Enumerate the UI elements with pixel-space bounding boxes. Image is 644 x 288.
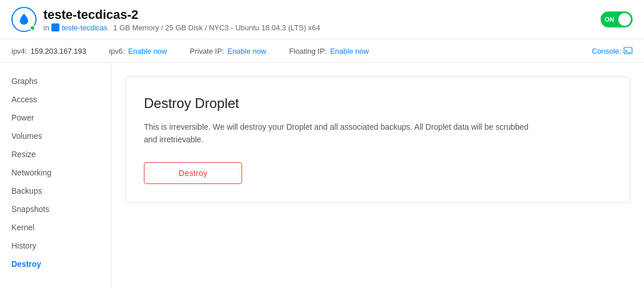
- private-ip-label: Private IP:: [190, 47, 224, 55]
- info-bar: ipv4: 159.203.167.193 ipv6: Enable now P…: [0, 39, 644, 63]
- sidebar-item-access[interactable]: Access: [0, 90, 111, 109]
- header: teste-tecdicas-2 in teste-tecdicas 1 GB …: [0, 0, 644, 39]
- card-title: Destroy Droplet: [144, 95, 611, 111]
- in-label: in: [43, 23, 49, 32]
- sidebar-item-backups[interactable]: Backups: [0, 182, 111, 200]
- header-meta: in teste-tecdicas 1 GB Memory / 25 GB Di…: [43, 23, 320, 32]
- sidebar-item-volumes[interactable]: Volumes: [0, 127, 111, 145]
- sidebar: Graphs Access Power Volumes Resize Netwo…: [0, 63, 111, 288]
- sidebar-item-power[interactable]: Power: [0, 109, 111, 127]
- project-link[interactable]: teste-tecdicas: [62, 23, 107, 32]
- ipv4-label: ipv4:: [11, 47, 27, 55]
- sidebar-item-kernel[interactable]: Kernel: [0, 218, 111, 237]
- destroy-button[interactable]: Destroy: [144, 162, 242, 184]
- console-icon: [623, 46, 633, 55]
- console-label: Console:: [592, 47, 621, 55]
- water-drop-icon: [17, 13, 31, 26]
- content-area: Destroy Droplet This is irreversible. We…: [111, 63, 644, 288]
- card-description: This is irreversible. We will destroy yo…: [144, 121, 544, 146]
- droplet-title: teste-tecdicas-2: [43, 7, 320, 22]
- toggle-label: ON: [605, 16, 614, 23]
- header-left: teste-tecdicas-2 in teste-tecdicas 1 GB …: [11, 7, 320, 32]
- private-ip-enable-link[interactable]: Enable now: [227, 47, 266, 55]
- private-ip-item: Private IP: Enable now: [190, 47, 267, 55]
- ipv6-label: ipv6:: [109, 47, 124, 55]
- project-icon: [51, 23, 59, 31]
- sidebar-item-destroy[interactable]: Destroy: [0, 255, 111, 273]
- ipv6-item: ipv6: Enable now: [109, 47, 167, 55]
- meta-detail: 1 GB Memory / 25 GB Disk / NYC3 - Ubuntu…: [113, 23, 320, 32]
- header-info: teste-tecdicas-2 in teste-tecdicas 1 GB …: [43, 7, 320, 32]
- main-layout: Graphs Access Power Volumes Resize Netwo…: [0, 63, 644, 288]
- floating-ip-label: Floating IP:: [289, 47, 327, 55]
- sidebar-item-history[interactable]: History: [0, 237, 111, 255]
- sidebar-item-networking[interactable]: Networking: [0, 163, 111, 182]
- console-link[interactable]: Console:: [592, 46, 633, 55]
- status-indicator: [30, 25, 35, 31]
- droplet-icon: [11, 7, 37, 32]
- destroy-card: Destroy Droplet This is irreversible. We…: [125, 77, 630, 203]
- ipv4-item: ipv4: 159.203.167.193: [11, 47, 86, 55]
- power-toggle-wrapper[interactable]: ON: [601, 11, 633, 27]
- sidebar-item-snapshots[interactable]: Snapshots: [0, 200, 111, 218]
- sidebar-item-graphs[interactable]: Graphs: [0, 72, 111, 90]
- app-container: teste-tecdicas-2 in teste-tecdicas 1 GB …: [0, 0, 644, 288]
- floating-ip-enable-link[interactable]: Enable now: [330, 47, 369, 55]
- sidebar-item-resize[interactable]: Resize: [0, 145, 111, 163]
- ipv6-enable-link[interactable]: Enable now: [128, 47, 167, 55]
- toggle-knob: [618, 13, 631, 26]
- power-toggle[interactable]: ON: [601, 11, 633, 27]
- ipv4-value: 159.203.167.193: [30, 47, 86, 55]
- floating-ip-item: Floating IP: Enable now: [289, 47, 369, 55]
